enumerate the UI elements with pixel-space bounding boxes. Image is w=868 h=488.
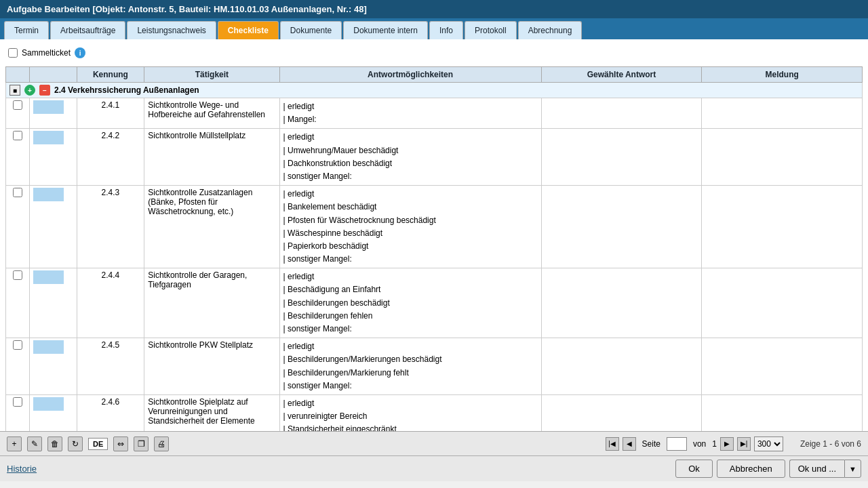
- tab-termin[interactable]: Termin: [4, 21, 49, 39]
- switch-button[interactable]: ⇔: [113, 436, 128, 451]
- antwort-cell: | erledigt| Beschilderungen/Markierungen…: [279, 338, 541, 395]
- page-prev-button[interactable]: ◀: [623, 437, 636, 451]
- row-checkbox-2.4.2[interactable]: [13, 131, 22, 140]
- meldung-cell: [702, 129, 863, 186]
- row-checkbox-2.4.4[interactable]: [13, 270, 22, 280]
- ok-und-container: Ok und ... ▼: [789, 460, 861, 478]
- ok-und-arrow-button[interactable]: ▼: [844, 460, 861, 478]
- col-header-kennung: Kennung: [77, 67, 144, 83]
- col-header-meldung: Meldung: [702, 67, 863, 83]
- add-button[interactable]: +: [7, 436, 22, 451]
- group-row-2-4: ■ + − 2.4 Verkehrssicherung Außenanlagen: [6, 83, 863, 98]
- col-header-check: [6, 67, 30, 83]
- col-header-color: [29, 67, 77, 83]
- tab-protokoll[interactable]: Protokoll: [465, 21, 517, 39]
- delete-button[interactable]: 🗑: [47, 436, 62, 451]
- tab-abrechnung[interactable]: Abrechnung: [518, 21, 583, 39]
- lang-button[interactable]: DE: [88, 438, 108, 450]
- add-group-icon[interactable]: +: [24, 85, 35, 96]
- tab-dokumente-intern[interactable]: Dokumente intern: [343, 21, 428, 39]
- antwort-cell: | erledigt| Mangel:: [279, 98, 541, 129]
- tab-leistungsnachweis[interactable]: Leistungsnachweis: [127, 21, 216, 39]
- gewaehlt-cell: [541, 98, 702, 129]
- tab-bar: Termin Arbeitsaufträge Leistungsnachweis…: [0, 18, 868, 39]
- checklist-table: Kennung Tätigkeit Antwortmöglichkeiten G…: [5, 66, 863, 431]
- antwort-cell: | erledigt| verunreinigter Bereich| Stan…: [279, 394, 541, 431]
- von-label: von: [693, 439, 706, 449]
- kennung-cell: 2.4.3: [77, 186, 144, 268]
- showing-label: Zeige 1 - 6 von 6: [800, 439, 861, 449]
- color-cell-2.4.6: [33, 397, 64, 411]
- tab-checkliste[interactable]: Checkliste: [218, 21, 279, 39]
- main-content: Sammelticket i Kennung Tätigkeit Antwort…: [0, 39, 868, 431]
- kennung-cell: 2.4.1: [77, 98, 144, 129]
- ok-und-button[interactable]: Ok und ...: [789, 460, 844, 478]
- row-checkbox-2.4.5[interactable]: [13, 340, 22, 350]
- col-header-taetigkeit: Tätigkeit: [144, 67, 279, 83]
- gewaehlt-cell: [541, 394, 702, 431]
- title-text: Aufgabe Bearbeiten [Objekt: Antonstr. 5,…: [7, 4, 367, 14]
- table-row: 2.4.3Sichtkontrolle Zusatzanlagen (Bänke…: [6, 186, 863, 268]
- antwort-cell: | erledigt| Umwehrung/Mauer beschädigt| …: [279, 129, 541, 186]
- row-checkbox-2.4.1[interactable]: [13, 100, 22, 110]
- sammelticket-label: Sammelticket: [22, 48, 71, 58]
- table-row: 2.4.1Sichtkontrolle Wege- und Hofbereich…: [6, 98, 863, 129]
- meldung-cell: [702, 268, 863, 338]
- kennung-cell: 2.4.6: [77, 394, 144, 431]
- meldung-cell: [702, 98, 863, 129]
- page-label: Seite: [642, 439, 660, 449]
- sammelticket-row: Sammelticket i: [5, 45, 863, 61]
- color-cell-2.4.3: [33, 188, 64, 201]
- table-row: 2.4.6Sichtkontrolle Spielplatz auf Verun…: [6, 394, 863, 431]
- gewaehlt-cell: [541, 268, 702, 338]
- refresh-button[interactable]: ↻: [68, 436, 83, 451]
- page-next-button[interactable]: ▶: [720, 437, 734, 451]
- gewaehlt-cell: [541, 186, 702, 268]
- bottom-toolbar: + ✎ 🗑 ↻ DE ⇔ ❐ 🖨 |◀ ◀ Seite 1 von 1 ▶ ▶|…: [0, 431, 868, 455]
- color-cell-2.4.4: [33, 270, 64, 284]
- gewaehlt-cell: [541, 338, 702, 395]
- gewaehlt-cell: [541, 129, 702, 186]
- taetigkeit-cell: Sichtkontrolle Spielplatz auf Verunreini…: [144, 394, 279, 431]
- tab-arbeitsauftraege[interactable]: Arbeitsaufträge: [50, 21, 125, 39]
- page-first-button[interactable]: |◀: [606, 437, 619, 451]
- collapse-icon[interactable]: ■: [9, 85, 20, 96]
- kennung-cell: 2.4.2: [77, 129, 144, 186]
- table-row: 2.4.4Sichtkontrolle der Garagen, Tiefgar…: [6, 268, 863, 338]
- remove-group-icon[interactable]: −: [39, 85, 50, 96]
- footer: Historie Ok Abbrechen Ok und ... ▼: [0, 455, 868, 481]
- taetigkeit-cell: Sichtkontrolle Müllstellplatz: [144, 129, 279, 186]
- antwort-cell: | erledigt| Beschädigung an Einfahrt| Be…: [279, 268, 541, 338]
- color-cell-2.4.5: [33, 340, 64, 354]
- info-icon[interactable]: i: [75, 47, 85, 58]
- total-pages: 1: [712, 439, 717, 449]
- kennung-cell: 2.4.4: [77, 268, 144, 338]
- sammelticket-checkbox[interactable]: [8, 48, 18, 58]
- meldung-cell: [702, 394, 863, 431]
- edit-button[interactable]: ✎: [27, 436, 42, 451]
- row-checkbox-2.4.6[interactable]: [13, 397, 22, 407]
- page-last-button[interactable]: ▶|: [737, 437, 751, 451]
- page-input[interactable]: 1: [667, 437, 687, 451]
- tab-info[interactable]: Info: [429, 21, 463, 39]
- taetigkeit-cell: Sichtkontrolle der Garagen, Tiefgaragen: [144, 268, 279, 338]
- taetigkeit-cell: Sichtkontrolle Wege- und Hofbereiche auf…: [144, 98, 279, 129]
- col-header-gewaehlt: Gewählte Antwort: [541, 67, 702, 83]
- meldung-cell: [702, 186, 863, 268]
- tab-dokumente[interactable]: Dokumente: [280, 21, 342, 39]
- table-row: 2.4.2Sichtkontrolle Müllstellplatz| erle…: [6, 129, 863, 186]
- kennung-cell: 2.4.5: [77, 338, 144, 395]
- ok-button[interactable]: Ok: [675, 460, 713, 478]
- row-checkbox-2.4.3[interactable]: [13, 188, 22, 197]
- table-row: 2.4.5Sichtkontrolle PKW Stellplatz| erle…: [6, 338, 863, 395]
- copy-button[interactable]: ❐: [134, 436, 149, 451]
- page-size-select[interactable]: 300 100 50: [754, 436, 783, 451]
- col-header-antwort: Antwortmöglichkeiten: [279, 67, 541, 83]
- pagination: |◀ ◀ Seite 1 von 1 ▶ ▶| 300 100 50 Zeige…: [606, 436, 861, 451]
- title-bar: Aufgabe Bearbeiten [Objekt: Antonstr. 5,…: [0, 0, 868, 18]
- abbrechen-button[interactable]: Abbrechen: [717, 460, 785, 478]
- antwort-cell: | erledigt| Bankelement beschädigt| Pfos…: [279, 186, 541, 268]
- print-button[interactable]: 🖨: [154, 436, 169, 451]
- meldung-cell: [702, 338, 863, 395]
- history-link[interactable]: Historie: [7, 464, 37, 474]
